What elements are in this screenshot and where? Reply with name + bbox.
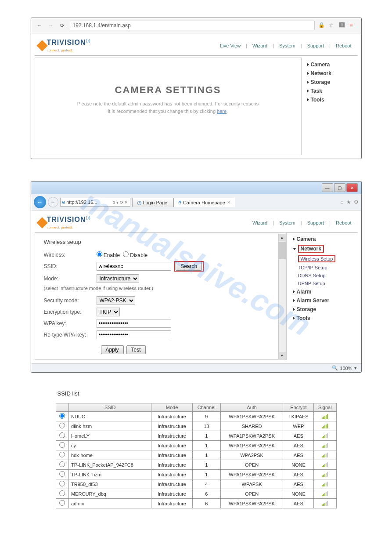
nav-ddns[interactable]: DDNS Setup [291,272,357,279]
url-field[interactable]: 192.168.1.4/en/main.asp [70,21,315,30]
star-icon[interactable]: ☆ [329,22,336,29]
ie-back-button[interactable]: ← [34,196,46,208]
security-mode-select[interactable]: WPA2-PSK [97,296,135,305]
here-link[interactable]: here [217,109,227,114]
ssid-radio[interactable] [59,452,65,457]
settings-icon[interactable]: ⚙ [354,199,359,205]
home-icon[interactable]: ⌂ [340,199,343,205]
select-cell[interactable] [56,460,69,470]
url-text: http://192.16... [66,200,97,205]
top-link[interactable]: Reboot [333,43,354,48]
caret-icon [307,63,309,66]
table-row[interactable]: TP-LINK_PocketAP_942FC8Infrastructure1OP… [56,460,336,470]
tab-camera-homepage[interactable]: eCamera Homepage✕ [173,198,235,207]
nav-wireless-setup[interactable]: Wireless Setup [291,254,357,264]
select-cell[interactable] [56,421,69,431]
ssid-radio[interactable] [59,490,65,496]
reload-button[interactable]: ⟳ [58,22,66,29]
top-link[interactable]: Support [305,43,327,48]
nav-alarm[interactable]: Alarm [291,287,357,296]
ssid-radio[interactable] [59,413,65,419]
ssid-radio[interactable] [59,500,65,506]
nav-network[interactable]: Network [291,243,357,254]
table-row[interactable]: hdx-homeInfrastructure1WPA2PSKAES [56,450,336,460]
top-link[interactable]: Wizard [250,220,270,225]
url-controls[interactable]: ρ ▾ ⟳ ✕ [112,200,128,205]
top-link[interactable]: Wizard [250,43,270,48]
ie-forward-button[interactable]: → [48,197,58,207]
select-cell[interactable] [56,441,69,450]
ssid-cell: TP-LINK_PocketAP_942FC8 [69,460,151,470]
search-button[interactable]: Search [176,262,202,271]
back-button[interactable]: ← [36,22,43,29]
tab-login[interactable]: ◷Login Page: [132,198,174,207]
ssid-radio[interactable] [59,423,65,428]
select-cell[interactable] [56,489,69,499]
table-row[interactable]: adminInfrastructure6WPA1PSKWPA2PSKAES [56,499,336,508]
scroll-thumb[interactable] [279,242,286,259]
ie-url-field[interactable]: e http://192.16... ρ ▾ ⟳ ✕ [60,198,130,207]
table-row[interactable]: TP-LINK_hzmInfrastructure1WPA1PSKWPA2PSK… [56,470,336,479]
forward-button[interactable]: → [47,22,55,29]
ssid-cell: HomeLY [69,431,151,441]
wpa-key-input[interactable] [97,319,171,328]
top-link[interactable]: Live View [217,43,243,48]
nav-item[interactable]: Task [305,87,358,95]
zoom-control[interactable]: 🔍 100% ▾ [332,365,356,371]
nav-item[interactable]: Storage [305,78,358,87]
nav-upnp[interactable]: UPNP Setup [291,279,357,287]
minimize-button[interactable]: — [322,183,333,192]
wireless-enable-radio[interactable] [97,251,102,257]
menu-icon[interactable]: ≡ [350,22,357,29]
scroll-down-icon[interactable]: ▾ [279,352,286,359]
nav-item[interactable]: Camera [305,60,358,69]
ssid-radio[interactable] [59,461,65,467]
nav-camera[interactable]: Camera [291,235,357,243]
table-row[interactable]: cyInfrastructure1WPA1PSKWPA2PSKAES [56,441,336,450]
ssid-input[interactable] [97,262,171,271]
nav-storage[interactable]: Storage [291,305,357,314]
scrollbar[interactable]: ▴▾ [278,234,286,359]
select-cell[interactable] [56,431,69,441]
tab-close-icon[interactable]: ✕ [227,200,230,205]
wpa-key-label: WPA key: [44,320,97,326]
close-button[interactable]: ✕ [346,183,358,192]
nav-item[interactable]: Tools [305,95,358,104]
nav-tools[interactable]: Tools [291,314,357,323]
select-cell[interactable] [56,470,69,479]
nav-item[interactable]: Network [305,69,358,78]
table-row[interactable]: dlink-hzmInfrastructure13SHAREDWEP [56,421,336,431]
ssid-radio[interactable] [59,432,65,438]
retype-wpa-input[interactable] [97,330,171,339]
separator: | [327,220,333,225]
ssid-radio[interactable] [59,442,65,448]
table-row[interactable]: HomeLYInfrastructure1WPA1PSKWPA2PSKAES [56,431,336,441]
table-row[interactable]: NUUOInfrastructure9WPA1PSKWPA2PSKTKIPAES [56,412,336,421]
scroll-up-icon[interactable]: ▴ [279,234,286,241]
nav-alarm-server[interactable]: Alarm Server [291,296,357,305]
mode-select[interactable]: Infrastructure [97,274,139,283]
note-line2: it is recommended that you change this b… [108,109,217,114]
top-link[interactable]: Reboot [333,220,354,225]
top-link[interactable]: Support [305,220,327,225]
top-link[interactable]: System [277,43,298,48]
maximize-button[interactable]: ▢ [334,183,345,192]
ssid-list-section: SSID list SSIDModeChannelAuthEncryptSign… [56,390,337,508]
apply-button[interactable]: Apply [101,345,124,354]
ssid-radio[interactable] [59,471,65,477]
encryption-select[interactable]: TKIP [97,308,120,316]
select-cell[interactable] [56,499,69,508]
column-header: Encrypt [283,403,314,412]
select-cell[interactable] [56,412,69,421]
select-cell[interactable] [56,450,69,460]
top-link[interactable]: System [277,220,298,225]
favorites-icon[interactable]: ★ [346,199,351,205]
ssid-radio[interactable] [59,481,65,486]
nav-tcpip[interactable]: TCP/IP Setup [291,264,357,272]
test-button[interactable]: Test [126,345,146,354]
extension-icon[interactable]: 🅰 [339,22,346,29]
table-row[interactable]: TR950_df53Infrastructure4WPAPSKAES [56,479,336,489]
wireless-disable-radio[interactable] [123,251,129,257]
table-row[interactable]: MERCURY_dbqInfrastructure6OPENNONE [56,489,336,499]
select-cell[interactable] [56,479,69,489]
